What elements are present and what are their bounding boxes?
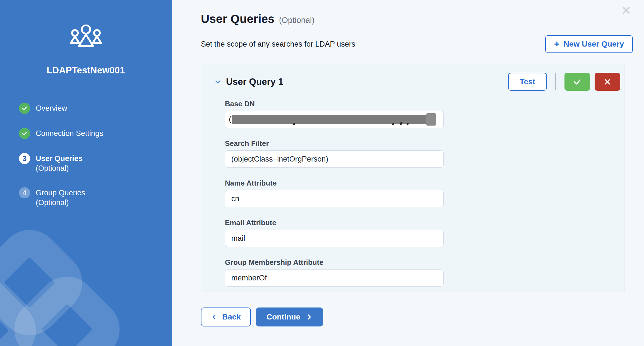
sidebar-step-user-queries[interactable]: 3 User Queries (Optional) <box>19 153 172 173</box>
step-number-badge: 3 <box>19 153 30 164</box>
close-icon[interactable]: ✕ <box>620 4 632 17</box>
query-title: User Query 1 <box>226 76 283 87</box>
user-query-panel: User Query 1 Test Base DN ( <box>201 63 624 292</box>
email-attribute-input[interactable] <box>225 230 444 247</box>
base-dn-label: Base DN <box>225 100 620 108</box>
step-label: Connection Settings <box>36 129 103 138</box>
name-attribute-input[interactable] <box>225 190 444 207</box>
back-button[interactable]: Back <box>201 307 251 326</box>
step-complete-icon <box>19 128 30 139</box>
page-title: User Queries <box>201 12 275 26</box>
wizard-sidebar: LDAPTestNew001 Overview Connection S <box>0 0 172 346</box>
chevron-right-icon <box>306 314 313 320</box>
step-label: Overview <box>36 104 67 112</box>
continue-button[interactable]: Continue <box>256 307 323 326</box>
name-attribute-label: Name Attribute <box>225 179 620 187</box>
ldap-setup-modal: LDAPTestNew001 Overview Connection S <box>0 0 644 346</box>
step-label: Group Queries <box>36 189 85 197</box>
step-sublabel: (Optional) <box>36 198 69 207</box>
group-membership-attribute-input[interactable] <box>225 269 444 287</box>
confirm-query-button[interactable] <box>564 73 590 91</box>
wizard-steps: Overview Connection Settings 3 User Quer… <box>19 103 172 208</box>
chevron-down-icon[interactable] <box>213 77 223 86</box>
check-icon <box>573 78 581 86</box>
sidebar-step-group-queries[interactable]: 4 Group Queries (Optional) <box>19 187 172 208</box>
new-user-query-button[interactable]: + New User Query <box>545 35 633 53</box>
back-label: Back <box>222 313 241 321</box>
base-dn-visible-fragment: ( <box>229 115 231 124</box>
new-user-query-label: New User Query <box>564 40 624 49</box>
continue-label: Continue <box>266 313 300 321</box>
delete-query-button[interactable] <box>595 73 620 91</box>
step-label: User Queries <box>36 154 83 163</box>
brand-watermark <box>0 195 172 346</box>
search-filter-label: Search Filter <box>225 139 620 148</box>
step-complete-icon <box>19 103 30 114</box>
step-number-badge: 4 <box>19 187 30 198</box>
email-attribute-label: Email Attribute <box>225 218 620 227</box>
search-filter-input[interactable] <box>225 150 444 168</box>
redaction-cap <box>426 113 436 126</box>
test-button[interactable]: Test <box>508 73 547 91</box>
base-dn-field[interactable]: ( <box>225 111 444 128</box>
sidebar-step-overview[interactable]: Overview <box>19 103 172 114</box>
group-membership-attribute-label: Group Membership Attribute <box>225 258 620 266</box>
chevron-left-icon <box>211 314 218 320</box>
page-subtitle: Set the scope of any searches for LDAP u… <box>201 40 355 49</box>
integration-name: LDAPTestNew001 <box>0 65 172 76</box>
plus-icon: + <box>554 39 560 49</box>
step-sublabel: (Optional) <box>36 164 69 172</box>
sidebar-step-connection-settings[interactable]: Connection Settings <box>19 128 172 139</box>
redaction-bar <box>232 115 428 124</box>
x-icon <box>604 78 611 85</box>
main-content: ✕ User Queries (Optional) Set the scope … <box>172 0 644 346</box>
users-group-icon <box>69 25 103 49</box>
button-divider <box>555 73 556 90</box>
page-title-suffix: (Optional) <box>279 16 314 25</box>
